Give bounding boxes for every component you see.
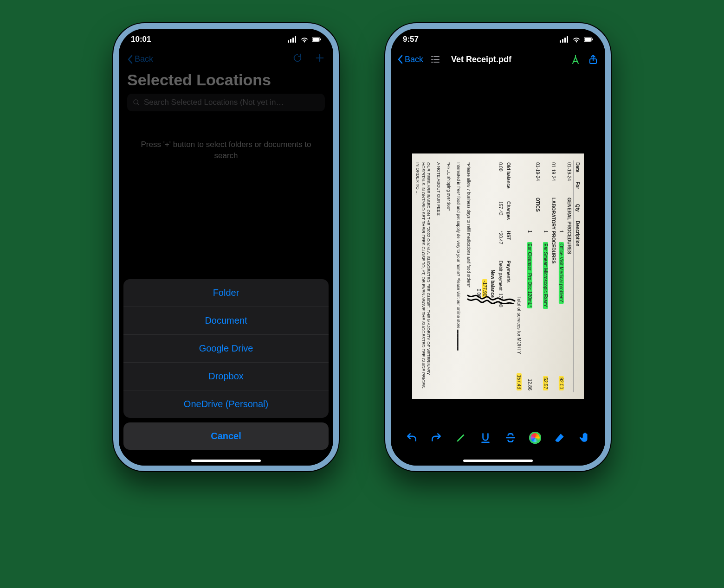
list-icon: [430, 54, 441, 65]
back-label: Back: [135, 54, 153, 64]
svg-rect-14: [592, 38, 593, 40]
screen-right: 9:57 Back Vet Receipt.pdf: [391, 29, 605, 466]
svg-rect-5: [313, 38, 319, 41]
cellular-icon: [288, 36, 297, 43]
undo-icon: [406, 432, 418, 444]
svg-rect-6: [320, 38, 321, 40]
svg-rect-1: [290, 39, 291, 43]
color-picker[interactable]: [528, 430, 543, 445]
search-placeholder: Search Selected Locations (Not yet in…: [144, 98, 284, 107]
svg-rect-11: [567, 36, 568, 43]
chevron-left-icon: [127, 55, 133, 64]
action-sheet: Folder Document Google Drive Dropbox One…: [119, 275, 333, 466]
redaction-scribble: [467, 293, 518, 304]
nav-bar: Back: [119, 50, 333, 68]
battery-icon: [584, 36, 593, 43]
dimmed-background: Back Selected Locations Search Selected …: [119, 50, 333, 161]
hand-icon: [578, 432, 590, 444]
svg-rect-9: [562, 39, 563, 43]
eraser-icon: [554, 432, 566, 444]
svg-rect-13: [585, 38, 591, 41]
status-time: 10:01: [131, 35, 151, 44]
underline-icon: [479, 432, 491, 444]
status-icons: [560, 36, 593, 43]
battery-icon: [312, 36, 321, 43]
redo-button[interactable]: [429, 430, 444, 445]
touch-tool[interactable]: [577, 430, 592, 445]
back-label: Back: [405, 55, 423, 64]
status-icons: [288, 36, 321, 43]
home-indicator[interactable]: [191, 460, 261, 462]
highlighter-icon: [455, 432, 467, 444]
markup-toolbar: [391, 424, 605, 452]
notch: [182, 29, 270, 45]
phone-right: 9:57 Back Vet Receipt.pdf: [385, 23, 611, 471]
cellular-icon: [560, 36, 569, 43]
pdf-page: DateForQtyDescription01-19-24GENERAL PRO…: [412, 153, 584, 399]
sheet-option-document[interactable]: Document: [123, 307, 329, 334]
document-viewport[interactable]: DateForQtyDescription01-19-24GENERAL PRO…: [391, 69, 605, 466]
outline-button[interactable]: [430, 54, 441, 65]
refresh-button[interactable]: [292, 53, 303, 65]
svg-rect-10: [564, 38, 566, 43]
back-button[interactable]: Back: [397, 55, 423, 64]
underline-tool[interactable]: [478, 430, 493, 445]
plus-icon: [315, 53, 325, 63]
redo-icon: [430, 432, 442, 444]
palette-icon: [529, 432, 541, 444]
markup-button[interactable]: [570, 54, 581, 65]
undo-button[interactable]: [404, 430, 419, 445]
status-time: 9:57: [403, 35, 419, 44]
cancel-button[interactable]: Cancel: [123, 422, 329, 450]
page-title: Selected Locations: [119, 68, 333, 94]
refresh-icon: [292, 53, 303, 63]
svg-rect-0: [288, 40, 289, 43]
sheet-option-gdrive[interactable]: Google Drive: [123, 334, 329, 362]
home-indicator[interactable]: [463, 460, 533, 462]
sheet-option-dropbox[interactable]: Dropbox: [123, 362, 329, 390]
strikethrough-icon: [504, 432, 517, 444]
nav-bar: Back Vet Receipt.pdf: [391, 50, 605, 69]
share-icon: [588, 54, 599, 65]
highlighter-tool[interactable]: [453, 430, 468, 445]
document-title: Vet Receipt.pdf: [451, 55, 511, 64]
wifi-icon: [572, 36, 581, 43]
action-sheet-options: Folder Document Google Drive Dropbox One…: [123, 279, 329, 418]
eraser-tool[interactable]: [552, 430, 567, 445]
svg-rect-3: [295, 36, 296, 43]
phone-left: 10:01 Back: [113, 23, 339, 471]
sheet-option-onedrive[interactable]: OneDrive (Personal): [123, 390, 329, 418]
svg-rect-8: [560, 40, 561, 43]
screen-left: 10:01 Back: [119, 29, 333, 466]
svg-rect-2: [292, 38, 294, 43]
sheet-option-folder[interactable]: Folder: [123, 279, 329, 307]
search-input[interactable]: Search Selected Locations (Not yet in…: [127, 94, 325, 111]
add-button[interactable]: [315, 53, 325, 65]
share-button[interactable]: [588, 54, 599, 65]
empty-state-hint: Press '+' button to select folders or do…: [119, 139, 333, 161]
strikethrough-tool[interactable]: [503, 430, 518, 445]
wifi-icon: [300, 36, 309, 43]
search-icon: [133, 99, 140, 106]
compass-icon: [570, 54, 581, 65]
notch: [454, 29, 542, 45]
back-button[interactable]: Back: [127, 54, 153, 64]
receipt-content: DateForQtyDescription01-19-24GENERAL PRO…: [414, 160, 582, 392]
chevron-left-icon: [397, 55, 403, 64]
